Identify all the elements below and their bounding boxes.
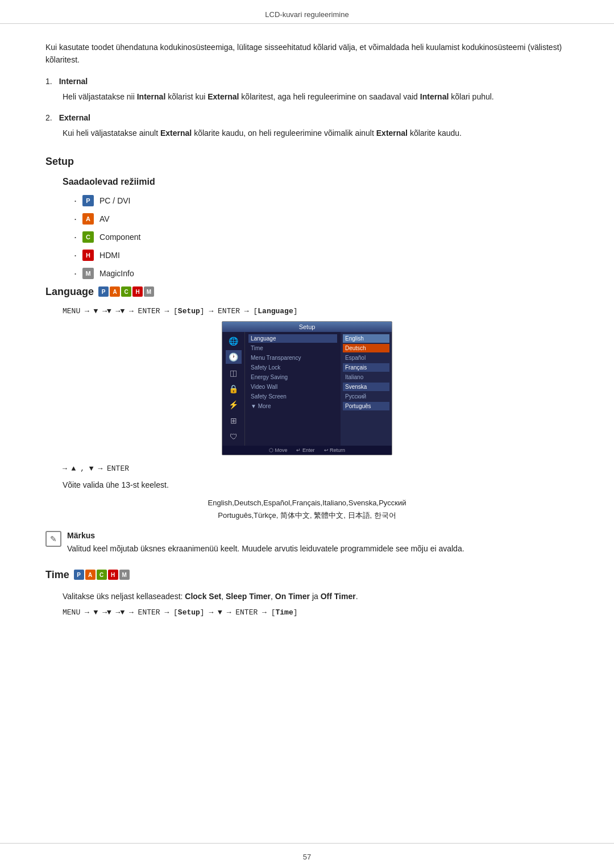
lang-hint-text: Võite valida ühe 13-st keelest.: [63, 479, 551, 491]
option-francais: Français: [343, 363, 389, 372]
lang-badge-c: C: [121, 286, 131, 297]
option-italiano: Italiano: [343, 373, 389, 381]
badge-p: P: [82, 195, 94, 206]
lang-list-line2: Português,Türkçe, 简体中文, 繁體中文, 日本語, 한국어: [91, 509, 523, 522]
bottom-return: ↩ Return: [324, 447, 346, 453]
bullet-dot-pc: ·: [74, 196, 77, 206]
badge-h: H: [82, 250, 94, 261]
lang-badge-h: H: [132, 286, 143, 297]
icon-globe: 🌐: [226, 334, 242, 348]
item-2-number: 2.: [45, 113, 52, 122]
time-badge-p: P: [74, 570, 84, 580]
badge-m: M: [82, 268, 94, 279]
option-russian: Русский: [343, 392, 389, 401]
note-label: Märkus: [67, 531, 464, 540]
badge-c: C: [82, 231, 94, 243]
page-footer: 57: [0, 843, 614, 868]
bullet-dot-magicinfo: ·: [74, 268, 77, 279]
menu-label-time: Time: [248, 344, 337, 352]
language-menu-path: MENU → ▼ →▼ →▼ → ENTER → [Setup] → ENTER…: [63, 307, 569, 315]
icon-clock: 🕐: [226, 350, 242, 364]
lang-list: English,Deutsch,Español,Français,Italian…: [91, 497, 523, 522]
item-2-label: External: [59, 113, 90, 122]
numbered-item-1: 1. Internal Heli väljastatakse nii Inter…: [45, 77, 569, 103]
menu-title-bar: Setup: [222, 322, 392, 332]
note-text-container: Märkus Valitud keel mõjutab üksnes ekraa…: [67, 531, 464, 555]
intro-paragraph: Kui kasutate toodet ühendatuna kodukinos…: [45, 41, 569, 67]
language-menu-screenshot: Setup 🌐 🕐 ◫ 🔒 ⚡ ⊞ 🛡 Language Time Menu T…: [222, 321, 392, 455]
lang-badge-m: M: [144, 286, 154, 297]
icon-lock: 🔒: [226, 382, 242, 396]
option-english: English: [343, 334, 389, 343]
icon-safety: 🛡: [226, 430, 242, 443]
menu-label-safety: Safety Screen: [248, 392, 337, 401]
item-1-body: Heli väljastatakse nii Internal kõlarist…: [63, 90, 569, 103]
option-svenska: Svenska: [343, 383, 389, 391]
item-1-number: 1.: [45, 77, 52, 86]
time-badge-c: C: [97, 570, 107, 580]
mode-item-magicinfo: · M MagicInfo: [74, 268, 569, 279]
bottom-move: ⬡ Move: [269, 447, 288, 453]
page-container: LCD-kuvari reguleerimine Kui kasutate to…: [0, 0, 614, 868]
language-section-header: Language P A C H M: [45, 286, 569, 298]
header-title: LCD-kuvari reguleerimine: [265, 10, 349, 19]
setup-sub-title: Saadaolevad režiimid: [63, 177, 569, 187]
menu-bottom-bar: ⬡ Move ↵ Enter ↩ Return: [222, 446, 392, 455]
mode-list: · P PC / DVI · A AV · C Component · H HD…: [74, 195, 569, 279]
menu-labels-col: Language Time Menu Transparency Safety L…: [245, 332, 341, 446]
menu-label-videowall: Video Wall: [248, 383, 337, 391]
page-number: 57: [303, 853, 311, 861]
bullet-dot-hdmi: ·: [74, 250, 77, 260]
item-1-title: 1. Internal: [45, 77, 569, 86]
option-portugues: Português: [343, 402, 389, 410]
menu-label-energy: Energy Saving: [248, 373, 337, 381]
icon-energy: ⚡: [226, 398, 242, 412]
note-icon: ✎: [45, 531, 61, 547]
language-badges: P A C H M: [98, 286, 154, 297]
mode-label-av: AV: [99, 214, 110, 223]
menu-label-more: ▼ More: [248, 402, 337, 410]
mode-item-hdmi: · H HDMI: [74, 250, 569, 261]
icon-transparency: ◫: [226, 366, 242, 380]
item-1-label: Internal: [59, 77, 88, 86]
mode-item-av: · A AV: [74, 213, 569, 225]
mode-item-component: · C Component: [74, 231, 569, 243]
time-section-header: Time P A C H M: [45, 569, 569, 581]
nav-hint: → ▲ , ▼ → ENTER: [63, 464, 551, 473]
note-content: Valitud keel mõjutab üksnes ekraanimenüü…: [67, 542, 464, 555]
option-espanol: Español: [343, 354, 389, 362]
menu-label-transparency: Menu Transparency: [248, 354, 337, 362]
mode-item-pc: · P PC / DVI: [74, 195, 569, 206]
time-badge-m: M: [119, 570, 130, 580]
lang-badge-p: P: [98, 286, 109, 297]
setup-section-title: Setup: [45, 156, 569, 168]
lang-list-line1: English,Deutsch,Español,Français,Italian…: [91, 497, 523, 509]
main-content: Kui kasutate toodet ühendatuna kodukinos…: [0, 35, 614, 843]
time-section-title: Time: [45, 569, 69, 581]
bottom-enter: ↵ Enter: [296, 447, 314, 453]
numbered-item-2: 2. External Kui heli väljastatakse ainul…: [45, 113, 569, 139]
icon-videowall: ⊞: [226, 414, 242, 427]
note-box: ✎ Märkus Valitud keel mõjutab üksnes ekr…: [45, 531, 569, 555]
page-header: LCD-kuvari reguleerimine: [0, 0, 614, 24]
menu-options-col: English Deutsch Español Français Italian…: [341, 332, 392, 446]
time-badges: P A C H M: [74, 570, 130, 580]
lang-badge-a: A: [110, 286, 120, 297]
time-menu-path: MENU → ▼ →▼ →▼ → ENTER → [Setup] → ▼ → E…: [63, 608, 569, 617]
item-2-title: 2. External: [45, 113, 569, 122]
mode-label-magicinfo: MagicInfo: [99, 269, 134, 278]
menu-label-safetylock: Safety Lock: [248, 363, 337, 372]
item-2-body: Kui heli väljastatakse ainult External k…: [63, 127, 569, 139]
badge-a: A: [82, 213, 94, 225]
time-badge-h: H: [108, 570, 118, 580]
mode-label-component: Component: [99, 232, 140, 242]
language-section-title: Language: [45, 286, 94, 298]
bullet-dot-component: ·: [74, 232, 77, 242]
option-deutsch: Deutsch: [343, 344, 389, 352]
menu-icons-col: 🌐 🕐 ◫ 🔒 ⚡ ⊞ 🛡: [222, 332, 245, 446]
menu-body: 🌐 🕐 ◫ 🔒 ⚡ ⊞ 🛡 Language Time Menu Transpa…: [222, 332, 392, 446]
mode-label-pc: PC / DVI: [99, 196, 130, 205]
menu-label-language: Language: [248, 334, 337, 343]
bullet-dot-av: ·: [74, 214, 77, 224]
time-description: Valitakse üks neljast kellaseadest: Cloc…: [63, 590, 551, 603]
